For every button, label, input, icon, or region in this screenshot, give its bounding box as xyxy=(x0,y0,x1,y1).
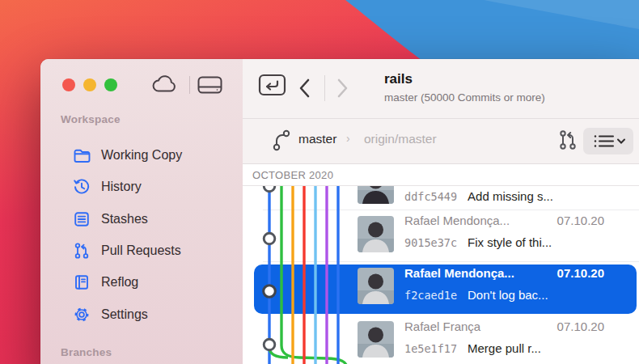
sidebar-section-branches: Branches xyxy=(61,346,112,358)
zoom-window-button[interactable] xyxy=(104,78,117,91)
list-view-dropdown[interactable] xyxy=(583,128,633,154)
avatar xyxy=(358,268,394,304)
minimize-window-button[interactable] xyxy=(83,78,96,91)
commit-date: 07.10.20 xyxy=(557,320,604,333)
commit-row[interactable]: Rafael França 07.10.20 1e5e1f17 Merge pu… xyxy=(404,320,604,358)
stashes-icon xyxy=(73,210,91,228)
reflog-icon xyxy=(73,273,91,291)
sidebar-item-history[interactable]: History xyxy=(40,175,243,199)
branch-bar: master › origin/master xyxy=(243,119,639,164)
commit-row[interactable]: Rafael Mendonça... 07.10.20 9015e37c Fix… xyxy=(404,214,604,252)
folder-icon xyxy=(73,146,91,164)
commit-hash: ddfc5449 xyxy=(404,190,457,203)
toolbar-divider xyxy=(189,76,190,94)
chevron-left-icon xyxy=(301,80,308,96)
screen: Workspace Working Copy xyxy=(0,0,639,364)
forward-button-disabled[interactable] xyxy=(333,77,351,99)
chevron-right-icon xyxy=(339,80,346,96)
history-icon xyxy=(73,178,91,196)
commit-node[interactable] xyxy=(264,339,275,350)
sidebar-item-working-copy[interactable]: Working Copy xyxy=(40,143,243,167)
sidebar-section-workspace: Workspace xyxy=(61,113,121,125)
month-section-header: OCTOBER 2020 xyxy=(243,164,639,186)
commit-author: Rafael Mendonça... xyxy=(404,266,514,280)
repo-box-icon xyxy=(260,75,285,95)
chevron-down-icon xyxy=(618,140,624,143)
avatar xyxy=(358,216,394,252)
repository-button[interactable] xyxy=(258,72,287,98)
commit-list: ddfc5449 Add missing s... Rafael Mendonç… xyxy=(243,164,639,364)
commit-graph xyxy=(243,164,356,364)
current-branch[interactable]: master xyxy=(298,132,336,146)
sidebar-item-label: Working Copy xyxy=(101,148,182,163)
sidebar-item-pull-requests[interactable]: Pull Requests xyxy=(40,239,243,263)
pull-request-icon xyxy=(73,242,91,260)
commit-hash: 9015e37c xyxy=(404,236,457,249)
pull-requests-button[interactable] xyxy=(556,128,579,152)
commit-author: Rafael Mendonça... xyxy=(404,214,510,227)
commit-message: Fix style of thi... xyxy=(468,235,552,249)
sidebar-item-label: History xyxy=(101,180,142,194)
sidebar-item-settings[interactable]: Settings xyxy=(40,303,243,327)
window-toolbar: rails master (50000 Commits or more) xyxy=(243,59,639,119)
app-window: Workspace Working Copy xyxy=(40,59,639,364)
sidebar-item-label: Stashes xyxy=(101,212,148,226)
tracking-branch[interactable]: origin/master xyxy=(364,132,437,146)
commit-message: Add missing s... xyxy=(468,189,553,203)
sidebar-item-label: Reflog xyxy=(101,275,138,290)
commit-row-selected[interactable]: Rafael Mendonça... 07.10.20 f2caed1e Don… xyxy=(404,266,604,305)
branch-chevron: › xyxy=(346,132,350,145)
cloud-icon xyxy=(154,76,175,91)
avatar xyxy=(358,321,394,358)
sidebar-item-label: Pull Requests xyxy=(101,243,181,258)
sidebar-item-stashes[interactable]: Stashes xyxy=(40,207,243,231)
window-title: rails xyxy=(384,71,545,87)
cloud-sync-button[interactable] xyxy=(150,74,179,96)
sidebar-item-label: Settings xyxy=(101,307,148,322)
sidebar-item-reflog[interactable]: Reflog xyxy=(40,270,243,294)
main-panel: rails master (50000 Commits or more) mas… xyxy=(243,59,639,364)
list-view-icon xyxy=(595,135,596,137)
sidebar: Workspace Working Copy xyxy=(40,59,243,364)
drive-icon xyxy=(199,78,222,93)
commit-date: 07.10.20 xyxy=(557,214,604,227)
close-window-button[interactable] xyxy=(62,78,75,91)
commit-hash: 1e5e1f17 xyxy=(404,342,457,355)
git-branch-icon xyxy=(272,128,291,152)
selected-commit-node[interactable] xyxy=(264,286,276,298)
commit-node[interactable] xyxy=(264,233,275,244)
local-drive-button[interactable] xyxy=(197,74,224,96)
commit-message: Merge pull r... xyxy=(468,341,541,355)
nav-divider xyxy=(324,75,325,101)
back-button[interactable] xyxy=(296,77,314,99)
commit-date: 07.10.20 xyxy=(557,266,604,280)
commit-author: Rafael França xyxy=(404,320,480,333)
commit-row[interactable]: ddfc5449 Add missing s... xyxy=(404,189,604,206)
commit-hash: f2caed1e xyxy=(404,289,457,302)
settings-gear-icon xyxy=(73,306,91,324)
commit-message: Don't log bac... xyxy=(468,288,548,302)
window-subtitle: master (50000 Commits or more) xyxy=(384,90,545,105)
